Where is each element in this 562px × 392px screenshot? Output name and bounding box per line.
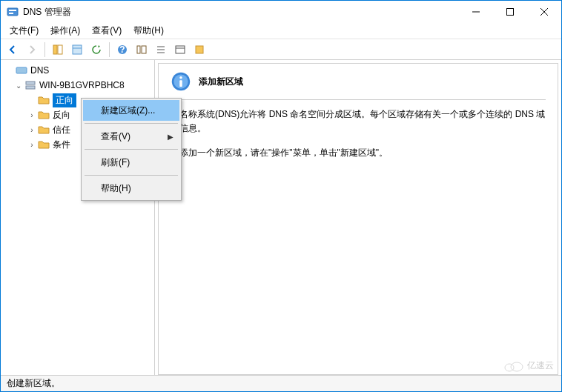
layout-button[interactable]: [133, 41, 151, 59]
toolbar-sep: [109, 42, 110, 57]
tree-label: DNS: [30, 65, 49, 76]
svg-rect-1: [9, 10, 16, 11]
watermark-text: 亿速云: [527, 359, 554, 372]
toolbar-sep: [44, 42, 45, 57]
tree-label: 条件: [53, 139, 70, 151]
toolbar: ?: [1, 39, 561, 60]
refresh-button[interactable]: [87, 41, 105, 59]
ctx-label: 查看(V): [101, 130, 130, 143]
svg-rect-20: [196, 46, 203, 53]
tree-server[interactable]: ⌄ WIN-9B1GVRPBHC8: [1, 78, 154, 93]
export-button[interactable]: [68, 41, 86, 59]
statusbar: 创建新区域。: [1, 375, 561, 391]
content-title: 添加新区域: [199, 76, 243, 88]
ctx-new-zone[interactable]: 新建区域(Z)...: [83, 100, 179, 121]
svg-rect-22: [26, 82, 35, 84]
watermark: 亿速云: [503, 359, 554, 372]
svg-rect-21: [16, 67, 27, 73]
svg-point-29: [511, 362, 523, 371]
menubar: 文件(F) 操作(A) 查看(V) 帮助(H): [1, 23, 561, 39]
cloud-icon: [503, 360, 524, 372]
content-pane: 添加新区域 域名称系统(DNS)允许将 DNS 命名空间分成区域。每个区域存储有…: [155, 60, 561, 375]
svg-rect-4: [507, 9, 514, 16]
app-icon: [7, 6, 19, 18]
expand-caret-icon[interactable]: ›: [27, 126, 36, 134]
show-hide-tree-button[interactable]: [49, 41, 67, 59]
ctx-help[interactable]: 帮助(H): [83, 178, 179, 199]
svg-rect-2: [9, 13, 13, 14]
folder-icon: [38, 139, 50, 150]
maximize-button[interactable]: [493, 1, 527, 23]
svg-rect-26: [179, 80, 182, 87]
tree-label: 反向: [53, 109, 70, 122]
folder-icon: [38, 94, 50, 106]
window-title: DNS 管理器: [23, 6, 459, 19]
content-header: 添加新区域: [171, 71, 546, 92]
expand-caret-icon[interactable]: ›: [27, 141, 36, 149]
help-button[interactable]: ?: [113, 41, 131, 59]
list-button[interactable]: [152, 41, 170, 59]
minimize-button[interactable]: [459, 1, 493, 23]
tree-label: WIN-9B1GVRPBHC8: [39, 80, 125, 90]
expand-caret-icon[interactable]: ›: [27, 111, 36, 119]
content-scroll[interactable]: 添加新区域 域名称系统(DNS)允许将 DNS 命名空间分成区域。每个区域存储有…: [158, 63, 558, 375]
ctx-separator: [85, 123, 178, 124]
svg-rect-8: [58, 45, 62, 54]
window-controls: [459, 1, 561, 23]
svg-rect-9: [73, 45, 82, 54]
folder-icon: [38, 124, 50, 136]
dns-icon: [16, 64, 27, 76]
ctx-view[interactable]: 查看(V) ▶: [83, 126, 179, 147]
svg-rect-13: [137, 46, 140, 53]
filter-button[interactable]: [191, 41, 208, 59]
ctx-separator: [85, 149, 178, 150]
svg-rect-7: [53, 45, 57, 54]
server-icon: [24, 79, 36, 91]
folder-icon: [38, 109, 50, 121]
svg-point-27: [179, 76, 182, 79]
menu-help[interactable]: 帮助(H): [128, 23, 170, 39]
expand-caret-icon[interactable]: ⌄: [14, 82, 23, 90]
titlebar: DNS 管理器: [1, 1, 561, 23]
details-button[interactable]: [171, 41, 189, 59]
svg-rect-18: [176, 46, 185, 53]
ctx-refresh[interactable]: 刷新(F): [83, 152, 179, 173]
back-button[interactable]: [4, 41, 22, 59]
content-paragraph-1: 域名称系统(DNS)允许将 DNS 命名空间分成区域。每个区域存储有关一个或多个…: [171, 107, 546, 136]
forward-button[interactable]: [23, 41, 41, 59]
submenu-arrow-icon: ▶: [168, 133, 173, 141]
tree-label: 正向: [53, 93, 76, 107]
close-button[interactable]: [527, 1, 561, 23]
svg-rect-23: [26, 86, 35, 89]
ctx-label: 刷新(F): [101, 156, 130, 169]
separator: [171, 99, 546, 100]
svg-rect-14: [142, 46, 146, 53]
info-icon: [171, 71, 191, 92]
tree-root-dns[interactable]: DNS: [1, 63, 154, 78]
context-menu: 新建区域(Z)... 查看(V) ▶ 刷新(F) 帮助(H): [81, 98, 182, 201]
ctx-label: 新建区域(Z)...: [101, 104, 155, 117]
content-paragraph-2: 要添加一个新区域，请在"操作"菜单，单击"新建区域"。: [171, 146, 546, 160]
svg-rect-0: [7, 8, 18, 16]
status-text: 创建新区域。: [7, 377, 60, 390]
ctx-separator: [85, 175, 178, 176]
ctx-label: 帮助(H): [101, 182, 131, 195]
menu-view[interactable]: 查看(V): [86, 23, 128, 39]
menu-action[interactable]: 操作(A): [44, 23, 86, 39]
tree-label: 信任: [53, 124, 70, 136]
svg-text:?: ?: [119, 44, 125, 55]
dns-manager-window: DNS 管理器 文件(F) 操作(A) 查看(V) 帮助(H) ?: [0, 0, 562, 392]
menu-file[interactable]: 文件(F): [4, 23, 44, 39]
